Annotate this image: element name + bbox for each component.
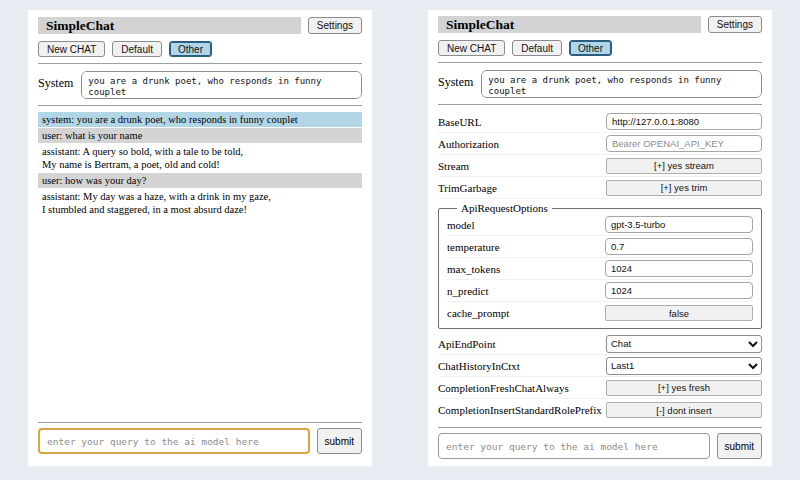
- header-row: SimpleChat Settings: [38, 16, 362, 34]
- divider: [38, 422, 362, 423]
- setting-row-completion-fresh-chat-always: CompletionFreshChatAlways [+] yes fresh: [438, 377, 762, 399]
- model-input[interactable]: [605, 216, 753, 233]
- new-chat-button[interactable]: New CHAT: [438, 40, 505, 56]
- chat-history-in-ctxt-select[interactable]: Last1: [606, 357, 762, 375]
- session-buttons-row: New CHAT Default Other: [438, 40, 762, 56]
- page: SimpleChat Settings New CHAT Default Oth…: [0, 0, 800, 480]
- query-row: submit: [438, 433, 762, 459]
- setting-row-trimgarbage: TrimGarbage [+] yes trim: [438, 177, 762, 199]
- settings-button[interactable]: Settings: [708, 16, 762, 33]
- submit-button[interactable]: submit: [317, 428, 362, 454]
- chat-message-assistant: assistant: A query so bold, with a tale …: [38, 144, 362, 172]
- cache-prompt-label: cache_prompt: [447, 307, 509, 319]
- setting-row-n-predict: n_predict: [447, 280, 753, 302]
- header-row: SimpleChat Settings: [438, 16, 762, 33]
- api-request-options-legend: ApiRequestOptions: [457, 202, 552, 214]
- temperature-label: temperature: [447, 241, 500, 253]
- stream-label: Stream: [438, 160, 469, 172]
- authorization-label: Authorization: [438, 138, 499, 150]
- max-tokens-label: max_tokens: [447, 263, 500, 275]
- trimgarbage-toggle-button[interactable]: [+] yes trim: [606, 180, 762, 196]
- divider: [438, 104, 762, 105]
- session-other-button[interactable]: Other: [569, 40, 612, 56]
- settings-list: BaseURL Authorization Stream [+] yes str…: [438, 111, 762, 421]
- query-row: submit: [38, 428, 362, 454]
- chat-message-assistant: assistant: My day was a haze, with a dri…: [38, 189, 362, 217]
- stream-toggle-button[interactable]: [+] yes stream: [606, 158, 762, 174]
- setting-row-authorization: Authorization: [438, 133, 762, 155]
- divider: [38, 105, 362, 106]
- system-prompt-input[interactable]: you are a drunk poet, who responds in fu…: [81, 71, 362, 99]
- settings-panel: SimpleChat Settings New CHAT Default Oth…: [428, 10, 772, 466]
- system-prompt-input[interactable]: you are a drunk poet, who responds in fu…: [481, 70, 762, 98]
- setting-row-stream: Stream [+] yes stream: [438, 155, 762, 177]
- divider: [438, 427, 762, 428]
- setting-row-temperature: temperature: [447, 236, 753, 258]
- api-endpoint-label: ApiEndPoint: [438, 338, 495, 350]
- api-endpoint-select[interactable]: Chat: [606, 335, 762, 353]
- authorization-input[interactable]: [606, 135, 762, 152]
- setting-row-model: model: [447, 214, 753, 236]
- query-area: submit: [438, 421, 762, 459]
- max-tokens-input[interactable]: [605, 260, 753, 277]
- chat-panel: SimpleChat Settings New CHAT Default Oth…: [28, 10, 372, 466]
- session-other-button[interactable]: Other: [169, 41, 212, 57]
- api-request-options-group: ApiRequestOptions model temperature max_…: [438, 202, 762, 329]
- session-buttons-row: New CHAT Default Other: [38, 41, 362, 57]
- baseurl-input[interactable]: [606, 113, 762, 130]
- n-predict-label: n_predict: [447, 285, 489, 297]
- chat-message-system: system: you are a drunk poet, who respon…: [38, 112, 362, 127]
- divider: [438, 62, 762, 63]
- chat-history-in-ctxt-label: ChatHistoryInCtxt: [438, 360, 520, 372]
- system-prompt-row: System you are a drunk poet, who respond…: [438, 70, 762, 98]
- chat-log: system: you are a drunk poet, who respon…: [38, 112, 362, 416]
- setting-row-max-tokens: max_tokens: [447, 258, 753, 280]
- query-area: submit: [38, 416, 362, 454]
- model-label: model: [447, 219, 475, 231]
- baseurl-label: BaseURL: [438, 116, 481, 128]
- completion-fresh-chat-always-label: CompletionFreshChatAlways: [438, 382, 569, 394]
- setting-row-baseurl: BaseURL: [438, 111, 762, 133]
- setting-row-cache-prompt: cache_prompt false: [447, 302, 753, 324]
- system-label: System: [38, 71, 73, 91]
- temperature-input[interactable]: [605, 238, 753, 255]
- n-predict-input[interactable]: [605, 282, 753, 299]
- cache-prompt-toggle-button[interactable]: false: [605, 305, 753, 321]
- system-label: System: [438, 70, 473, 90]
- completion-insert-role-prefix-label: CompletionInsertStandardRolePrefix: [438, 404, 602, 416]
- chat-message-user: user: what is your name: [38, 128, 362, 143]
- submit-button[interactable]: submit: [717, 433, 762, 459]
- query-input[interactable]: [38, 428, 310, 454]
- app-title: SimpleChat: [38, 17, 301, 34]
- query-input[interactable]: [438, 433, 710, 459]
- completion-insert-toggle-button[interactable]: [-] dont insert: [606, 402, 762, 418]
- settings-button[interactable]: Settings: [308, 17, 362, 34]
- completion-fresh-toggle-button[interactable]: [+] yes fresh: [606, 380, 762, 396]
- system-prompt-row: System you are a drunk poet, who respond…: [38, 71, 362, 99]
- app-title: SimpleChat: [438, 16, 701, 33]
- trimgarbage-label: TrimGarbage: [438, 182, 497, 194]
- session-default-button[interactable]: Default: [512, 40, 562, 56]
- new-chat-button[interactable]: New CHAT: [38, 41, 105, 57]
- chat-message-user: user: how was your day?: [38, 173, 362, 188]
- setting-row-api-endpoint: ApiEndPoint Chat: [438, 333, 762, 355]
- setting-row-completion-insert-standard-role-prefix: CompletionInsertStandardRolePrefix [-] d…: [438, 399, 762, 421]
- setting-row-chat-history-in-ctxt: ChatHistoryInCtxt Last1: [438, 355, 762, 377]
- divider: [38, 63, 362, 64]
- session-default-button[interactable]: Default: [112, 41, 162, 57]
